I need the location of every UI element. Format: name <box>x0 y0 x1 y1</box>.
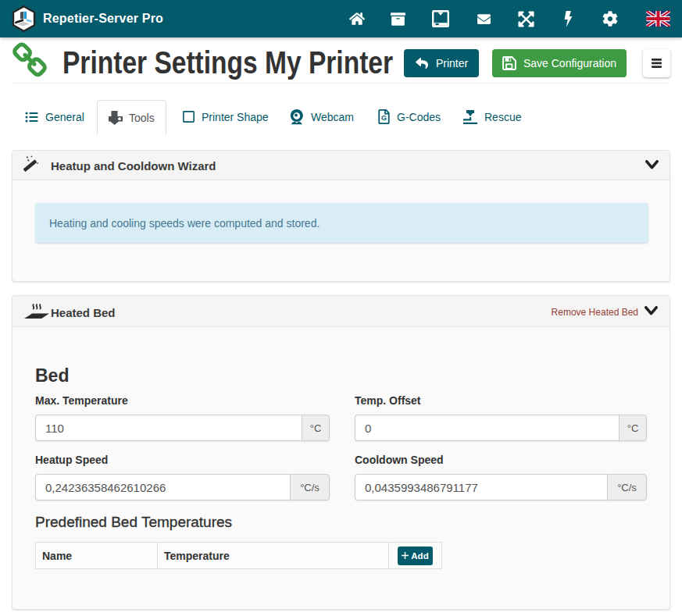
svg-text:G: G <box>381 114 387 122</box>
